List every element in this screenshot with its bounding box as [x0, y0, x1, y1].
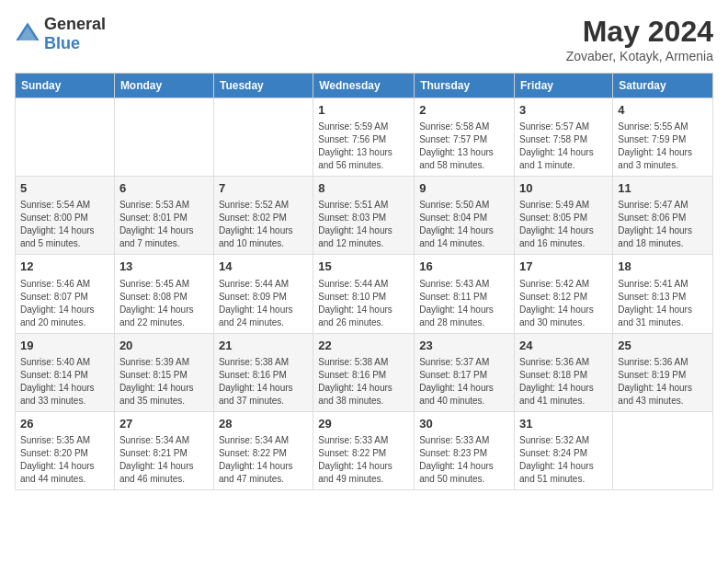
day-number: 17 — [519, 259, 608, 275]
calendar-week-row: 19Sunrise: 5:40 AMSunset: 8:14 PMDayligh… — [16, 333, 713, 411]
day-info: Daylight: 14 hours and 30 minutes. — [519, 304, 608, 329]
calendar-cell: 22Sunrise: 5:38 AMSunset: 8:16 PMDayligh… — [313, 333, 415, 411]
day-info: Sunrise: 5:47 AM — [618, 199, 708, 212]
day-info: Sunrise: 5:50 AM — [419, 199, 509, 212]
day-info: Sunset: 8:18 PM — [519, 369, 608, 382]
day-number: 21 — [219, 338, 308, 354]
title-block: May 2024 Zovaber, Kotayk, Armenia — [566, 15, 713, 63]
day-info: Sunrise: 5:38 AM — [219, 356, 308, 369]
day-number: 15 — [318, 259, 409, 275]
day-info: Daylight: 14 hours and 51 minutes. — [519, 460, 608, 486]
day-info: Sunset: 8:17 PM — [419, 369, 509, 382]
day-number: 27 — [119, 416, 209, 432]
calendar-cell: 14Sunrise: 5:44 AMSunset: 8:09 PMDayligh… — [213, 255, 313, 333]
day-info: Daylight: 14 hours and 46 minutes. — [119, 460, 209, 486]
day-info: Daylight: 14 hours and 35 minutes. — [119, 382, 209, 408]
day-info: Sunrise: 5:38 AM — [318, 356, 409, 369]
day-info: Sunrise: 5:57 AM — [519, 121, 608, 133]
day-info: Sunset: 7:58 PM — [519, 133, 608, 146]
day-number: 16 — [419, 259, 509, 275]
day-info: Daylight: 14 hours and 24 minutes. — [219, 304, 308, 329]
day-info: Daylight: 14 hours and 50 minutes. — [419, 460, 509, 486]
day-info: Sunrise: 5:36 AM — [519, 356, 608, 369]
calendar-cell: 17Sunrise: 5:42 AMSunset: 8:12 PMDayligh… — [515, 255, 613, 333]
day-info: Sunrise: 5:39 AM — [119, 356, 209, 369]
day-info: Sunrise: 5:43 AM — [419, 278, 509, 291]
day-info: Sunrise: 5:40 AM — [20, 356, 109, 369]
calendar-cell: 28Sunrise: 5:34 AMSunset: 8:22 PMDayligh… — [213, 411, 313, 489]
calendar-cell: 20Sunrise: 5:39 AMSunset: 8:15 PMDayligh… — [114, 333, 213, 411]
day-info: Sunset: 8:03 PM — [318, 212, 409, 224]
calendar-day-header: Monday — [114, 74, 213, 98]
day-number: 30 — [419, 416, 509, 432]
calendar-header-row: SundayMondayTuesdayWednesdayThursdayFrid… — [16, 74, 713, 98]
day-info: Daylight: 14 hours and 18 minutes. — [618, 224, 708, 250]
logo-icon — [15, 21, 40, 47]
calendar-week-row: 26Sunrise: 5:35 AMSunset: 8:20 PMDayligh… — [16, 411, 713, 489]
day-number: 23 — [419, 338, 509, 354]
calendar-cell: 15Sunrise: 5:44 AMSunset: 8:10 PMDayligh… — [313, 255, 415, 333]
day-info: Sunrise: 5:34 AM — [119, 434, 209, 447]
day-info: Sunset: 8:16 PM — [219, 369, 308, 382]
calendar-cell — [213, 98, 313, 177]
day-info: Sunset: 8:08 PM — [119, 291, 209, 304]
logo-general: General — [44, 15, 106, 33]
day-info: Sunset: 8:09 PM — [219, 291, 308, 304]
day-info: Sunset: 8:13 PM — [618, 291, 708, 304]
day-info: Daylight: 14 hours and 22 minutes. — [119, 304, 209, 329]
day-info: Sunrise: 5:41 AM — [618, 278, 708, 291]
calendar-day-header: Wednesday — [313, 74, 415, 98]
page-header: General Blue May 2024 Zovaber, Kotayk, A… — [15, 15, 713, 63]
day-info: Sunset: 8:16 PM — [318, 369, 409, 382]
day-info: Sunset: 7:57 PM — [419, 133, 509, 146]
day-info: Sunrise: 5:45 AM — [119, 278, 209, 291]
day-number: 24 — [519, 338, 608, 354]
day-info: Sunset: 7:56 PM — [318, 133, 409, 146]
calendar-cell: 12Sunrise: 5:46 AMSunset: 8:07 PMDayligh… — [16, 255, 115, 333]
day-info: Sunrise: 5:44 AM — [219, 278, 308, 291]
day-info: Sunset: 8:11 PM — [419, 291, 509, 304]
day-number: 31 — [519, 416, 608, 432]
calendar-cell — [114, 98, 213, 177]
day-info: Daylight: 14 hours and 37 minutes. — [219, 382, 308, 408]
day-info: Sunset: 8:06 PM — [618, 212, 708, 224]
day-info: Sunrise: 5:51 AM — [318, 199, 409, 212]
day-number: 9 — [419, 180, 509, 197]
day-info: Sunset: 8:14 PM — [20, 369, 109, 382]
day-info: Sunset: 8:01 PM — [119, 212, 209, 224]
day-info: Sunrise: 5:49 AM — [519, 199, 608, 212]
day-info: Daylight: 14 hours and 10 minutes. — [219, 224, 308, 250]
day-info: Daylight: 14 hours and 14 minutes. — [419, 224, 509, 250]
day-info: Daylight: 14 hours and 3 minutes. — [618, 146, 708, 172]
day-number: 22 — [318, 338, 409, 354]
day-info: Sunset: 8:23 PM — [419, 447, 509, 460]
day-info: Daylight: 14 hours and 33 minutes. — [20, 382, 109, 408]
day-info: Sunset: 7:59 PM — [618, 133, 708, 146]
calendar-cell: 26Sunrise: 5:35 AMSunset: 8:20 PMDayligh… — [16, 411, 115, 489]
title-month: May 2024 — [566, 15, 713, 49]
day-number: 6 — [119, 180, 209, 197]
day-info: Daylight: 14 hours and 12 minutes. — [318, 224, 409, 250]
day-info: Sunset: 8:19 PM — [618, 369, 708, 382]
day-info: Daylight: 14 hours and 16 minutes. — [519, 224, 608, 250]
day-number: 19 — [20, 338, 109, 354]
day-info: Sunrise: 5:32 AM — [519, 434, 608, 447]
calendar-week-row: 1Sunrise: 5:59 AMSunset: 7:56 PMDaylight… — [16, 98, 713, 177]
day-info: Daylight: 14 hours and 44 minutes. — [20, 460, 109, 486]
day-info: Daylight: 14 hours and 5 minutes. — [20, 224, 109, 250]
calendar-week-row: 12Sunrise: 5:46 AMSunset: 8:07 PMDayligh… — [16, 255, 713, 333]
calendar-day-header: Saturday — [613, 74, 713, 98]
day-info: Sunset: 8:10 PM — [318, 291, 409, 304]
day-number: 1 — [318, 102, 409, 119]
calendar-cell: 3Sunrise: 5:57 AMSunset: 7:58 PMDaylight… — [515, 98, 613, 177]
day-info: Daylight: 14 hours and 43 minutes. — [618, 382, 708, 408]
day-number: 11 — [618, 180, 708, 197]
day-info: Sunrise: 5:42 AM — [519, 278, 608, 291]
logo-text: General Blue — [44, 15, 106, 53]
calendar-cell: 11Sunrise: 5:47 AMSunset: 8:06 PMDayligh… — [613, 177, 713, 255]
day-info: Sunrise: 5:37 AM — [419, 356, 509, 369]
day-info: Daylight: 14 hours and 20 minutes. — [20, 304, 109, 329]
calendar-day-header: Sunday — [16, 74, 115, 98]
day-info: Sunrise: 5:53 AM — [119, 199, 209, 212]
day-info: Sunrise: 5:35 AM — [20, 434, 109, 447]
